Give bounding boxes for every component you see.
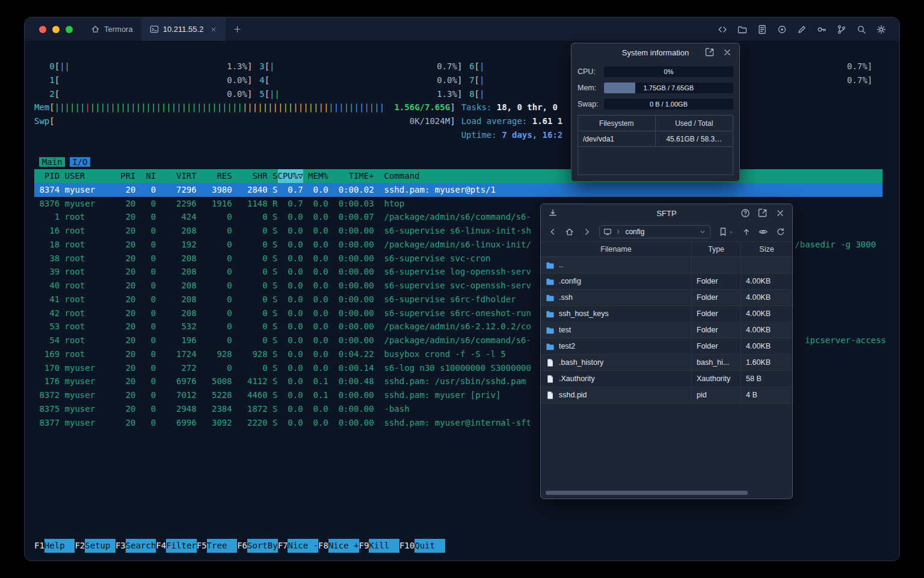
column-header[interactable]: VIRT bbox=[156, 169, 196, 183]
close-window-button[interactable] bbox=[39, 26, 46, 33]
fkey-label[interactable]: Nice + bbox=[328, 539, 359, 553]
tab-termora[interactable]: Termora bbox=[82, 17, 141, 41]
column-header[interactable]: PID bbox=[34, 169, 60, 183]
fkey-label[interactable]: Kill bbox=[369, 539, 399, 553]
fkey-f5[interactable]: F5 bbox=[197, 539, 207, 553]
file-row[interactable]: .bash_historybash_hi...1.60KB bbox=[541, 355, 792, 371]
file-row[interactable]: testFolder4.00KB bbox=[541, 322, 792, 338]
home-dir-icon[interactable] bbox=[565, 227, 574, 237]
log-icon[interactable] bbox=[757, 25, 767, 34]
filetype-cell: pid bbox=[692, 387, 741, 403]
htop-tab-main[interactable]: Main bbox=[39, 157, 64, 167]
help-icon[interactable] bbox=[741, 208, 750, 218]
open-in-window-icon[interactable] bbox=[758, 208, 768, 218]
column-header[interactable]: SHR bbox=[232, 169, 268, 183]
close-tab-icon[interactable] bbox=[210, 26, 217, 33]
memory-meter-line: Mem[||||||||||||||||||||||||||||||||||||… bbox=[34, 101, 882, 114]
sftp-panel: SFTP config bbox=[540, 204, 793, 499]
path-breadcrumb[interactable]: config bbox=[599, 225, 710, 238]
search-icon[interactable] bbox=[857, 25, 866, 34]
column-header[interactable]: MEM% bbox=[303, 169, 328, 183]
code-icon[interactable] bbox=[718, 25, 727, 34]
fs-row[interactable]: /dev/vda145.61GB / 58.3… bbox=[578, 131, 733, 147]
fkey-label[interactable]: SortBy bbox=[247, 539, 278, 553]
column-header[interactable]: CPU%▽ bbox=[278, 169, 303, 183]
file-column-header[interactable]: Size bbox=[741, 242, 792, 256]
file-row[interactable]: .configFolder4.00KB bbox=[541, 273, 792, 290]
column-header[interactable]: S bbox=[268, 169, 278, 183]
tab-ssh-session[interactable]: 10.211.55.2 bbox=[141, 17, 226, 41]
filesize-cell: 4.00KB bbox=[741, 322, 792, 338]
column-header[interactable]: Command bbox=[384, 169, 419, 183]
file-row[interactable]: sshd.pidpid4 B bbox=[541, 387, 792, 403]
resource-label: CPU: bbox=[578, 67, 604, 76]
bookmarks-button[interactable] bbox=[718, 227, 734, 237]
close-panel-icon[interactable] bbox=[722, 48, 732, 57]
fkey-label[interactable]: Help bbox=[45, 539, 75, 553]
close-panel-icon[interactable] bbox=[775, 208, 785, 218]
fkey-label[interactable]: Quit bbox=[414, 539, 445, 553]
refresh-icon[interactable] bbox=[776, 227, 785, 237]
bookmark-icon bbox=[718, 227, 728, 237]
transfers-icon[interactable] bbox=[548, 208, 558, 218]
parent-directory-icon[interactable] bbox=[742, 227, 751, 237]
resource-value: 0% bbox=[604, 66, 733, 77]
fkey-f2[interactable]: F2 bbox=[75, 539, 85, 553]
path-segment[interactable]: config bbox=[625, 228, 644, 236]
fkey-f10[interactable]: F10 bbox=[399, 539, 414, 553]
file-column-header[interactable]: Type bbox=[692, 242, 741, 256]
back-icon[interactable] bbox=[548, 227, 557, 237]
fkey-label[interactable]: Filter bbox=[166, 539, 197, 553]
cpu-meter-end: 0.7%] bbox=[847, 60, 872, 73]
uptime: Uptime: 7 days, 16:2 bbox=[461, 128, 563, 142]
fkey-label[interactable]: Setup bbox=[85, 539, 116, 553]
record-icon[interactable] bbox=[777, 25, 787, 34]
filename: sshd.pid bbox=[559, 391, 587, 399]
key-icon[interactable] bbox=[817, 25, 827, 34]
open-in-window-icon[interactable] bbox=[705, 48, 715, 57]
minimize-window-button[interactable] bbox=[52, 26, 60, 33]
chevron-down-icon[interactable] bbox=[699, 228, 706, 235]
swap-meter-line: Swp[0K/1024M]Load average: 1.61 1 bbox=[34, 114, 882, 128]
column-header[interactable]: TIME+ bbox=[328, 169, 374, 183]
column-header[interactable]: NI bbox=[136, 169, 156, 183]
cpu-meter-5: 5[||1.3%] bbox=[259, 87, 462, 101]
fkey-label[interactable]: Search bbox=[126, 539, 156, 553]
fkey-f4[interactable]: F4 bbox=[156, 539, 166, 553]
fkey-f9[interactable]: F9 bbox=[359, 539, 369, 553]
file-row[interactable]: ssh_host_keysFolder4.00KB bbox=[541, 306, 792, 322]
file-row[interactable]: .XauthorityXauthority58 B bbox=[541, 371, 792, 387]
fkey-f6[interactable]: F6 bbox=[237, 539, 247, 553]
file-row[interactable]: test2Folder4.00KB bbox=[541, 338, 792, 355]
horizontal-scrollbar[interactable] bbox=[546, 491, 748, 495]
process-table-header[interactable]: PIDUSERPRINIVIRTRESSHRSCPU%▽MEM%TIME+Com… bbox=[34, 169, 882, 183]
edit-icon[interactable] bbox=[797, 25, 807, 34]
file-row[interactable]: .. bbox=[541, 257, 792, 273]
show-hidden-icon[interactable] bbox=[759, 227, 768, 237]
fkey-f7[interactable]: F7 bbox=[278, 539, 288, 553]
file-icon bbox=[546, 358, 555, 367]
column-header[interactable]: PRI bbox=[116, 169, 136, 183]
fkey-f1[interactable]: F1 bbox=[34, 539, 45, 553]
fkey-label[interactable]: Nice - bbox=[288, 539, 318, 553]
column-header[interactable] bbox=[60, 169, 64, 183]
maximize-window-button[interactable] bbox=[66, 26, 73, 33]
folder-icon[interactable] bbox=[738, 25, 747, 34]
new-tab-button[interactable] bbox=[226, 17, 249, 41]
settings-icon[interactable] bbox=[876, 25, 886, 34]
column-header[interactable]: USER bbox=[65, 169, 116, 183]
cpu-meter-end: 0.7%] bbox=[847, 73, 872, 87]
file-row[interactable]: .sshFolder4.00KB bbox=[541, 290, 792, 306]
column-header[interactable]: RES bbox=[197, 169, 232, 183]
fkey-f3[interactable]: F3 bbox=[116, 539, 126, 553]
fkey-f8[interactable]: F8 bbox=[318, 539, 328, 553]
process-row[interactable]: 8374myuser200729639802840S0.70.00:00.02s… bbox=[34, 183, 882, 197]
fkey-label[interactable]: Tree bbox=[207, 539, 238, 553]
file-column-header[interactable]: Filename bbox=[541, 242, 692, 256]
folder-icon bbox=[546, 277, 555, 286]
branch-icon[interactable] bbox=[837, 25, 846, 34]
filesize-cell: 1.60KB bbox=[741, 355, 792, 370]
file-table-header[interactable]: FilenameTypeSize bbox=[541, 241, 792, 257]
forward-icon[interactable] bbox=[582, 227, 591, 237]
htop-tab-io[interactable]: I/O bbox=[70, 157, 90, 167]
